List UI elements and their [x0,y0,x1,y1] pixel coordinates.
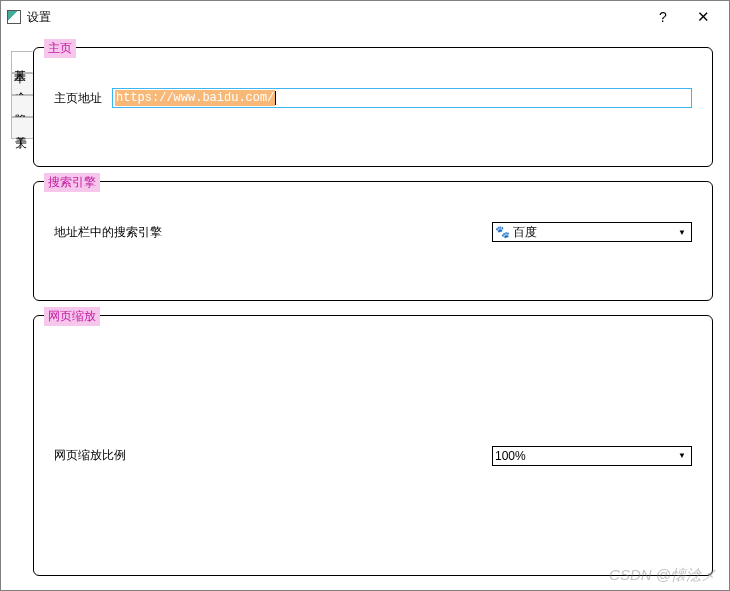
help-button[interactable]: ? [643,3,683,31]
row-page-zoom: 网页缩放比例 100% ▼ [54,446,692,466]
side-tabs: 基本 个性 隐私 关于 [11,47,33,576]
row-homepage: 主页地址 https://www.baidu.com/ [54,88,692,108]
window-body: 基本 个性 隐私 关于 主页 主页地址 https://www.baidu.co… [1,33,729,590]
tab-privacy[interactable]: 隐私 [11,95,33,117]
row-search-engine: 地址栏中的搜索引擎 🐾 百度 ▼ [54,222,692,242]
legend-homepage: 主页 [44,39,76,58]
group-page-zoom: 网页缩放 网页缩放比例 100% ▼ [33,315,713,576]
group-search-engine: 搜索引擎 地址栏中的搜索引擎 🐾 百度 ▼ [33,181,713,301]
homepage-url-value: https://www.baidu.com/ [115,90,275,106]
chevron-down-icon: ▼ [675,449,689,463]
zoom-combobox[interactable]: 100% ▼ [492,446,692,466]
zoom-value: 100% [495,449,675,463]
legend-search-engine: 搜索引擎 [44,173,100,192]
tab-personal[interactable]: 个性 [11,73,33,95]
close-button[interactable]: ✕ [683,3,723,31]
content-area: 主页 主页地址 https://www.baidu.com/ 搜索引擎 地址栏中… [33,47,713,576]
titlebar: 设置 ? ✕ [1,1,729,33]
tab-basic[interactable]: 基本 [11,51,33,73]
label-homepage-url: 主页地址 [54,90,102,107]
group-homepage: 主页 主页地址 https://www.baidu.com/ [33,47,713,167]
app-icon [7,10,21,24]
homepage-url-input[interactable]: https://www.baidu.com/ [112,88,692,108]
tab-about[interactable]: 关于 [11,117,33,139]
window: 设置 ? ✕ 基本 个性 隐私 关于 主页 主页地址 https://www.b… [0,0,730,591]
chevron-down-icon: ▼ [675,225,689,239]
label-search-engine: 地址栏中的搜索引擎 [54,224,162,241]
text-caret [275,91,276,105]
search-engine-value: 百度 [513,224,675,241]
baidu-icon: 🐾 [495,225,509,239]
legend-page-zoom: 网页缩放 [44,307,100,326]
window-title: 设置 [27,9,643,26]
search-engine-combobox[interactable]: 🐾 百度 ▼ [492,222,692,242]
label-page-zoom: 网页缩放比例 [54,447,126,464]
